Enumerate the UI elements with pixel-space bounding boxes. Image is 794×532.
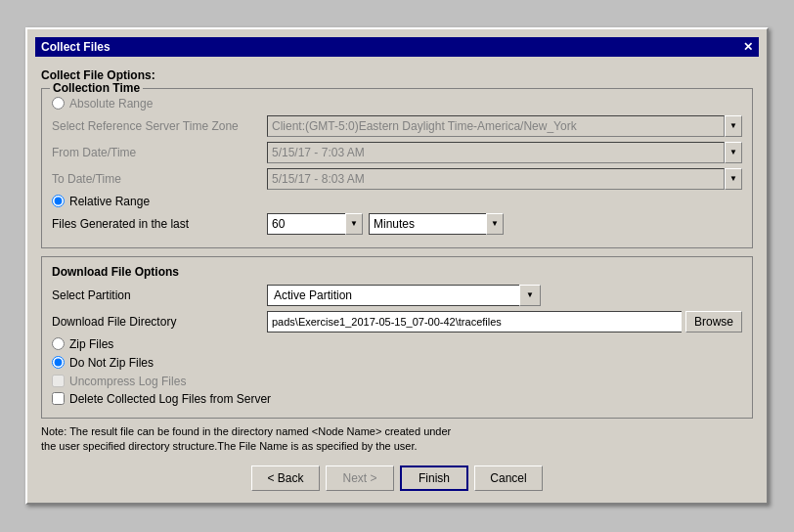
partition-row: Select Partition ▼ — [52, 285, 742, 306]
dialog-title-bar: Collect Files ✕ — [35, 37, 759, 57]
cancel-button[interactable]: Cancel — [474, 466, 543, 491]
to-datetime-input — [267, 168, 725, 190]
from-datetime-input — [267, 142, 725, 163]
partition-label: Select Partition — [52, 288, 267, 302]
dir-input-wrapper: Browse — [267, 311, 742, 332]
from-label: From Date/Time — [52, 146, 267, 159]
note-text: Note: The result file can be found in th… — [41, 424, 753, 455]
files-generated-row: Files Generated in the last ▼ ▼ — [52, 213, 742, 235]
back-button[interactable]: < Back — [251, 466, 320, 491]
uncompress-label: Uncompress Log Files — [69, 375, 186, 388]
server-tz-label: Select Reference Server Time Zone — [52, 119, 267, 133]
absolute-range-row: Absolute Range — [52, 97, 742, 111]
next-button[interactable]: Next > — [326, 466, 394, 491]
main-section-label: Collect File Options: — [41, 68, 753, 82]
server-tz-row: Select Reference Server Time Zone ▼ — [52, 115, 742, 137]
to-datetime-row: To Date/Time ▼ — [52, 168, 742, 190]
no-zip-files-row: Do Not Zip Files — [52, 356, 742, 370]
dir-label: Download File Directory — [52, 315, 267, 329]
files-generated-dropdown-btn[interactable]: ▼ — [345, 213, 363, 235]
zip-files-label: Zip Files — [69, 337, 113, 351]
uncompress-checkbox — [52, 375, 65, 387]
browse-button[interactable]: Browse — [685, 311, 742, 332]
download-options-section: Download File Options Select Partition ▼… — [41, 256, 753, 419]
relative-range-row: Relative Range — [52, 195, 742, 208]
dialog-title-text: Collect Files — [41, 40, 110, 54]
collect-files-dialog: Collect Files ✕ Collect File Options: Co… — [25, 27, 769, 506]
server-tz-input — [267, 115, 725, 137]
delete-checkbox[interactable] — [52, 392, 65, 405]
no-zip-radio[interactable] — [52, 356, 65, 369]
partition-input[interactable] — [267, 285, 519, 306]
to-datetime-dropdown-btn: ▼ — [725, 168, 742, 190]
zip-files-radio[interactable] — [52, 337, 65, 350]
uncompress-row: Uncompress Log Files — [52, 375, 742, 388]
download-options-title: Download File Options — [52, 265, 742, 279]
files-generated-label: Files Generated in the last — [52, 217, 267, 231]
button-row: < Back Next > Finish Cancel — [41, 462, 753, 491]
from-datetime-dropdown-btn: ▼ — [725, 142, 742, 163]
delete-label: Delete Collected Log Files from Server — [69, 392, 271, 406]
to-label: To Date/Time — [52, 172, 267, 186]
relative-range-label: Relative Range — [69, 195, 150, 208]
minutes-input[interactable] — [369, 213, 486, 235]
absolute-range-radio[interactable] — [52, 97, 65, 110]
files-generated-input[interactable] — [267, 213, 345, 235]
relative-range-radio[interactable] — [52, 195, 65, 207]
minutes-dropdown-btn[interactable]: ▼ — [486, 213, 504, 235]
partition-combo: ▼ — [267, 285, 541, 306]
zip-files-row: Zip Files — [52, 337, 742, 351]
dir-input[interactable] — [267, 311, 682, 332]
from-datetime-row: From Date/Time ▼ — [52, 142, 742, 163]
collection-time-title: Collection Time — [50, 81, 143, 95]
dir-row: Download File Directory Browse — [52, 311, 742, 332]
collection-time-group: Collection Time Absolute Range Select Re… — [41, 88, 753, 248]
close-icon[interactable]: ✕ — [743, 40, 753, 54]
absolute-range-label: Absolute Range — [69, 97, 153, 111]
delete-row: Delete Collected Log Files from Server — [52, 392, 742, 406]
finish-button[interactable]: Finish — [400, 466, 468, 491]
no-zip-label: Do Not Zip Files — [69, 356, 154, 370]
server-tz-dropdown-btn: ▼ — [725, 115, 742, 137]
partition-dropdown-btn[interactable]: ▼ — [519, 285, 541, 306]
